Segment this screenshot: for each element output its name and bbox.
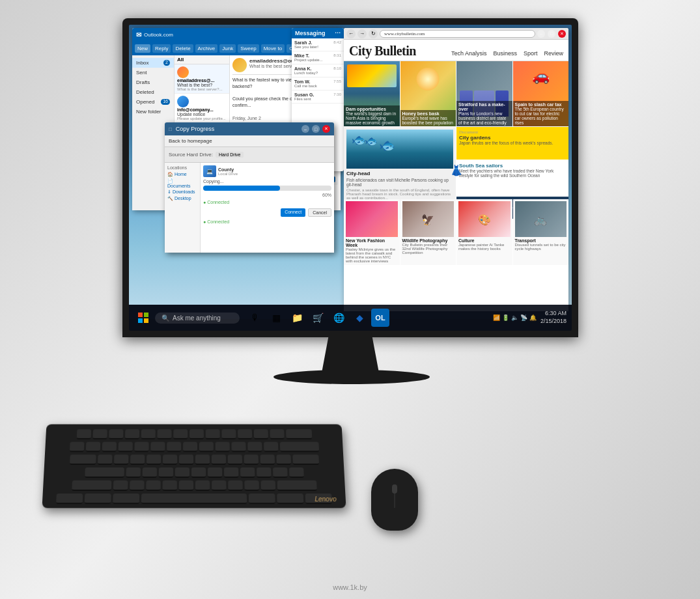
key-lshift[interactable] bbox=[72, 481, 111, 491]
key-7[interactable] bbox=[183, 442, 197, 453]
dialog-minimize[interactable]: – bbox=[301, 125, 309, 133]
key-f3[interactable] bbox=[125, 429, 139, 439]
key-f10[interactable] bbox=[238, 429, 252, 439]
dialog-maximize[interactable]: □ bbox=[312, 125, 320, 133]
key-f2[interactable] bbox=[109, 429, 123, 439]
featured-item-dam[interactable]: Dam opportunities The world's biggest da… bbox=[344, 61, 400, 126]
sidebar-new-folder[interactable]: New folder bbox=[132, 107, 174, 117]
browser-min-btn[interactable]: – bbox=[537, 30, 545, 38]
taskbar-explorer-icon[interactable]: 📁 bbox=[288, 309, 306, 327]
key-n[interactable] bbox=[195, 481, 210, 491]
message-item[interactable]: Susan G. 7:30 Files sent bbox=[292, 91, 344, 104]
dialog-close[interactable]: ✕ bbox=[322, 125, 330, 133]
key-f12[interactable] bbox=[270, 429, 284, 439]
taskbar-edge-icon[interactable]: 🌐 bbox=[329, 309, 348, 327]
sidebar-deleted[interactable]: Deleted bbox=[132, 87, 174, 97]
dialog-source-field[interactable]: Hard Drive bbox=[216, 152, 244, 158]
dialog-back-link[interactable]: Back to homepage bbox=[169, 138, 212, 144]
key-esc[interactable] bbox=[76, 429, 91, 439]
key-j[interactable] bbox=[224, 467, 238, 478]
bottom-item-wildlife[interactable]: 🦅 Wildlife Photography City Bulletin pre… bbox=[400, 199, 456, 265]
key-lwin[interactable] bbox=[85, 494, 111, 504]
taskbar-outlook-icon[interactable]: OL bbox=[371, 309, 389, 327]
key-4[interactable] bbox=[134, 442, 148, 453]
key-tab[interactable] bbox=[70, 454, 96, 465]
key-m[interactable] bbox=[212, 481, 226, 491]
key-a[interactable] bbox=[126, 467, 140, 478]
dialog-window-controls[interactable]: – □ ✕ bbox=[301, 125, 330, 133]
key-b[interactable] bbox=[178, 481, 193, 491]
key-capslock[interactable] bbox=[85, 467, 124, 478]
browser-url-bar[interactable]: www.citybulletin.com bbox=[380, 30, 535, 38]
key-f9[interactable] bbox=[221, 429, 236, 439]
key-quote[interactable] bbox=[289, 467, 304, 478]
sidebar-opened[interactable]: Opened16 bbox=[132, 97, 174, 107]
ribbon-tab-junk[interactable]: Junk bbox=[219, 44, 236, 53]
featured-item-spain[interactable]: 🚗 Spain to slash car tax The 5th Europea… bbox=[513, 61, 569, 126]
email-item[interactable]: info@company... Update notice Please upd… bbox=[175, 94, 229, 123]
key-1[interactable] bbox=[85, 442, 100, 453]
key-u[interactable] bbox=[195, 454, 209, 465]
key-f1[interactable] bbox=[92, 429, 107, 439]
message-item[interactable]: Mike T. 8:31 Project update... bbox=[292, 51, 344, 64]
key-g[interactable] bbox=[191, 467, 205, 478]
key-6[interactable] bbox=[167, 442, 181, 453]
key-f[interactable] bbox=[175, 467, 189, 478]
key-v[interactable] bbox=[162, 481, 176, 491]
south-sea-box[interactable]: South Sea sailors Meet the yachters who … bbox=[456, 160, 568, 196]
notification-icon[interactable]: 🔔 bbox=[529, 314, 537, 321]
sidebar-inbox[interactable]: Inbox2 bbox=[132, 58, 174, 68]
key-fn[interactable] bbox=[277, 494, 303, 504]
message-item[interactable]: Tom W. 7:55 Call me back bbox=[292, 77, 344, 91]
key-2[interactable] bbox=[102, 442, 116, 453]
key-minus[interactable] bbox=[247, 442, 262, 453]
ribbon-tab-reply[interactable]: Reply bbox=[152, 44, 171, 53]
featured-item-stratford[interactable]: Stratford has a make-over Plans for Lond… bbox=[456, 61, 512, 126]
ribbon-tab-move[interactable]: Move to bbox=[261, 44, 285, 53]
key-z[interactable] bbox=[113, 481, 128, 491]
key-0[interactable] bbox=[231, 442, 245, 453]
dialog-location-downloads[interactable]: ⇓ Downloads bbox=[167, 189, 197, 195]
browser-close-btn[interactable]: ✕ bbox=[558, 30, 566, 38]
message-item[interactable]: Sarah J. 8:42 See you later! bbox=[292, 38, 344, 51]
key-y[interactable] bbox=[179, 454, 193, 465]
key-space[interactable] bbox=[141, 494, 247, 504]
taskbar-cortana-icon[interactable]: 🎙 bbox=[246, 309, 264, 327]
key-rshift[interactable] bbox=[277, 481, 316, 491]
key-i[interactable] bbox=[211, 454, 225, 465]
key-c[interactable] bbox=[146, 481, 160, 491]
taskbar-task-view-icon[interactable]: ▦ bbox=[267, 309, 285, 327]
taskbar-ie-icon[interactable]: ◆ bbox=[350, 309, 369, 327]
key-equals[interactable] bbox=[264, 442, 278, 453]
ribbon-tab-delete[interactable]: Delete bbox=[173, 44, 193, 53]
browser-refresh-btn[interactable]: ↻ bbox=[369, 29, 378, 38]
key-t[interactable] bbox=[163, 454, 177, 465]
email-item[interactable]: emailaddress@... What is the best? What … bbox=[175, 64, 229, 94]
key-8[interactable] bbox=[199, 442, 213, 453]
featured-item-bees[interactable]: Honey bees bask Europe's heat wave has b… bbox=[400, 61, 456, 126]
dialog-location-desktop[interactable]: 🔨 Desktop bbox=[167, 196, 197, 201]
key-s[interactable] bbox=[142, 467, 156, 478]
message-item[interactable]: Anna K. 8:10 Lunch today? bbox=[292, 64, 344, 77]
file-dialog-window[interactable]: □ Copy Progress – □ ✕ Back to homepage S… bbox=[165, 122, 334, 253]
ribbon-tab-sweep[interactable]: Sweep bbox=[238, 44, 259, 53]
document-box[interactable]: Document City gardens Japan thrubs are t… bbox=[456, 127, 568, 160]
key-backspace[interactable] bbox=[279, 442, 318, 453]
nav-business[interactable]: Business bbox=[493, 50, 517, 57]
key-comma[interactable] bbox=[228, 481, 242, 491]
key-delete[interactable] bbox=[286, 429, 312, 439]
ribbon-tab-archive[interactable]: Archive bbox=[195, 44, 218, 53]
dialog-location-docs[interactable]: 📄 Documents bbox=[167, 178, 197, 188]
key-q[interactable] bbox=[98, 454, 112, 465]
key-ralt[interactable] bbox=[249, 494, 275, 504]
key-backtick[interactable] bbox=[69, 442, 84, 453]
mouse-scroll-wheel[interactable] bbox=[392, 484, 397, 494]
key-slash[interactable] bbox=[260, 481, 275, 491]
key-w[interactable] bbox=[114, 454, 128, 465]
city-bulletin-window[interactable]: ← → ↻ www.citybulletin.com – □ ✕ City Bu… bbox=[344, 28, 568, 311]
nav-review[interactable]: Review bbox=[544, 50, 563, 57]
bottom-item-culture[interactable]: 🎨 Culture Japanese painter Ai Tanke make… bbox=[456, 199, 512, 265]
key-semicolon[interactable] bbox=[273, 467, 288, 478]
key-enter[interactable] bbox=[292, 454, 319, 465]
key-f6[interactable] bbox=[173, 429, 188, 439]
